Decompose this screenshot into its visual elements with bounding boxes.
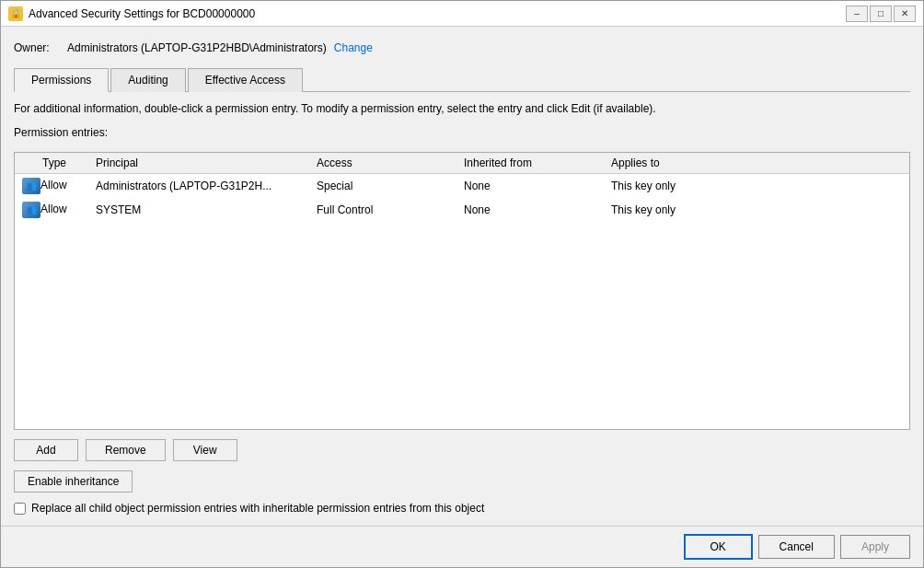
ok-button[interactable]: OK [684, 534, 753, 560]
cancel-button[interactable]: Cancel [758, 535, 835, 559]
permission-table-container: Type Principal Access Inherited from App… [14, 152, 910, 430]
table-row[interactable]: 👥AllowAdministrators (LAPTOP-G31P2H...Sp… [15, 173, 909, 198]
window-icon: 🔒 [8, 6, 23, 21]
type-value: Allow [40, 203, 67, 215]
maximize-button[interactable]: □ [870, 6, 892, 22]
col-applies: Applies to [604, 153, 909, 174]
col-type: Type [15, 153, 88, 174]
info-text: For additional information, double-click… [14, 101, 910, 117]
cell-applies: This key only [604, 198, 909, 222]
owner-value: Administrators (LAPTOP-G31P2HBD\Administ… [67, 41, 327, 54]
footer: OK Cancel Apply [1, 526, 923, 567]
table-row[interactable]: 👥AllowSYSTEMFull ControlNoneThis key onl… [15, 198, 909, 222]
cell-access: Special [309, 173, 456, 198]
view-button[interactable]: View [173, 439, 237, 461]
type-value: Allow [40, 179, 67, 191]
col-access: Access [309, 153, 456, 174]
cell-type: 👥Allow [15, 173, 88, 198]
col-inherited: Inherited from [456, 153, 604, 174]
user-group-icon: 👥 [22, 202, 40, 218]
cell-inherited: None [456, 173, 604, 198]
enable-inheritance-row: Enable inheritance [14, 470, 910, 493]
permission-entries-label: Permission entries: [14, 126, 910, 139]
tab-effective-access[interactable]: Effective Access [188, 68, 303, 92]
title-bar: 🔒 Advanced Security Settings for BCD0000… [1, 1, 923, 27]
col-principal: Principal [88, 153, 309, 174]
cell-applies: This key only [604, 173, 909, 198]
replace-checkbox-row: Replace all child object permission entr… [14, 502, 910, 515]
cell-principal: Administrators (LAPTOP-G31P2H... [88, 173, 309, 198]
action-buttons-row: Add Remove View [14, 439, 910, 461]
replace-checkbox[interactable] [14, 503, 26, 515]
permission-table: Type Principal Access Inherited from App… [15, 153, 909, 222]
change-owner-link[interactable]: Change [334, 41, 373, 54]
remove-button[interactable]: Remove [86, 439, 166, 461]
main-content: Owner: Administrators (LAPTOP-G31P2HBD\A… [1, 27, 923, 526]
tab-auditing[interactable]: Auditing [110, 68, 185, 92]
table-header-row: Type Principal Access Inherited from App… [15, 153, 909, 174]
owner-label: Owner: [14, 41, 60, 54]
add-button[interactable]: Add [14, 439, 78, 461]
cell-access: Full Control [309, 198, 456, 222]
owner-row: Owner: Administrators (LAPTOP-G31P2HBD\A… [14, 38, 910, 58]
cell-inherited: None [456, 198, 604, 222]
tab-permissions[interactable]: Permissions [14, 68, 109, 92]
tabs: Permissions Auditing Effective Access [14, 67, 910, 92]
main-window: 🔒 Advanced Security Settings for BCD0000… [0, 0, 924, 568]
cell-principal: SYSTEM [88, 198, 309, 222]
apply-button[interactable]: Apply [840, 535, 910, 559]
replace-checkbox-label: Replace all child object permission entr… [31, 502, 484, 515]
minimize-button[interactable]: – [846, 6, 868, 22]
cell-type: 👥Allow [15, 198, 88, 222]
window-title: Advanced Security Settings for BCD000000… [29, 7, 846, 20]
user-group-icon: 👥 [22, 178, 40, 194]
window-controls: – □ ✕ [846, 6, 916, 22]
close-button[interactable]: ✕ [894, 6, 916, 22]
enable-inheritance-button[interactable]: Enable inheritance [14, 470, 133, 493]
